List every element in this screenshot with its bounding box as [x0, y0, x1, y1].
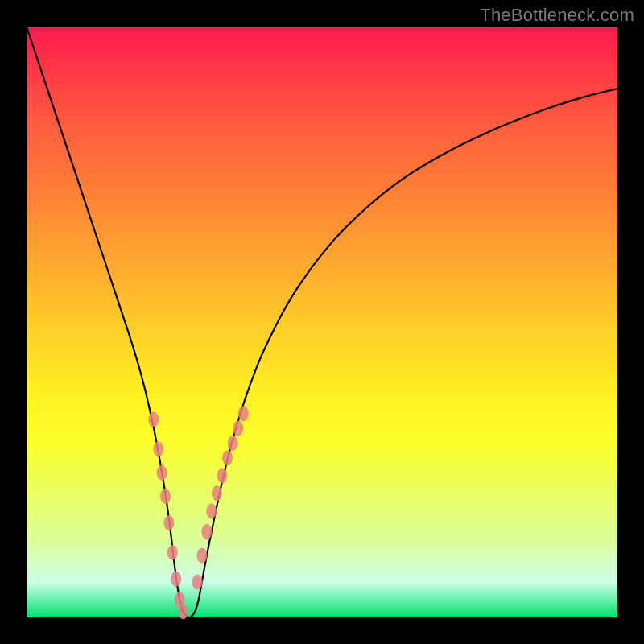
- data-marker: [233, 421, 243, 436]
- data-marker: [157, 465, 167, 481]
- data-marker: [238, 406, 249, 421]
- data-marker: [153, 441, 163, 456]
- data-marker: [212, 485, 222, 501]
- data-marker: [148, 412, 159, 427]
- data-marker: [196, 547, 207, 563]
- marker-cluster-right: [192, 406, 249, 589]
- data-marker: [163, 515, 174, 530]
- data-marker: [178, 604, 188, 619]
- data-marker: [222, 450, 233, 465]
- chart-frame: TheBottleneck.com: [0, 0, 644, 644]
- data-marker: [201, 524, 212, 539]
- watermark-text: TheBottleneck.com: [480, 5, 634, 26]
- data-marker: [160, 489, 171, 504]
- data-marker: [206, 503, 217, 518]
- data-marker: [228, 436, 238, 451]
- data-marker: [192, 574, 203, 589]
- data-marker: [167, 545, 178, 560]
- plot-area: [27, 27, 617, 617]
- marker-cluster-left: [148, 412, 188, 620]
- data-marker: [171, 572, 181, 587]
- curve-layer: [27, 27, 617, 617]
- bottleneck-curve: [27, 27, 617, 617]
- data-marker: [217, 468, 227, 483]
